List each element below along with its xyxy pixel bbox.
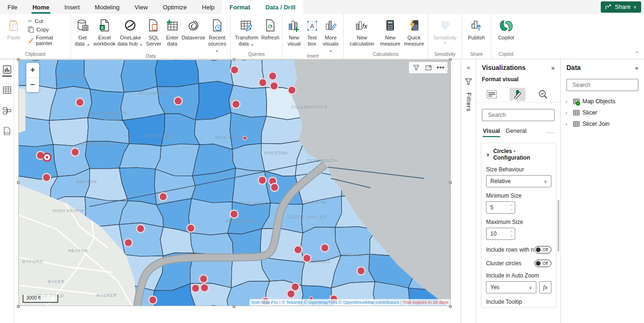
analytics-icon[interactable] bbox=[535, 88, 551, 101]
more-options-icon[interactable]: ••• bbox=[435, 63, 446, 72]
new-visual-button[interactable]: New visual bbox=[284, 16, 304, 47]
spinner-arrows[interactable]: ⌃⌄ bbox=[510, 231, 515, 237]
sql-server-button[interactable]: SQL Server bbox=[144, 16, 163, 47]
tab-file[interactable]: File bbox=[0, 0, 25, 14]
transform-data-button[interactable]: Transform data ⌄ bbox=[233, 16, 260, 47]
build-visual-icon[interactable] bbox=[484, 88, 500, 101]
map-marker[interactable] bbox=[159, 193, 167, 201]
map-marker[interactable] bbox=[192, 285, 200, 292]
include-tooltip-dropdown[interactable]: Yes ∨ bbox=[486, 308, 536, 308]
include-tooltip-fx-button[interactable]: fx bbox=[539, 308, 551, 308]
enter-data-button[interactable]: Enter data bbox=[164, 16, 181, 47]
map-marker[interactable] bbox=[271, 184, 279, 192]
tab-optimize[interactable]: Optimize bbox=[155, 0, 194, 14]
more-visuals-button[interactable]: More visuals ⌄ bbox=[320, 16, 341, 53]
model-view-icon[interactable] bbox=[2, 106, 12, 116]
minimum-size-input[interactable]: 5 ⌃⌄ bbox=[486, 201, 515, 214]
format-search-box[interactable] bbox=[482, 109, 555, 121]
auto-zoom-dropdown[interactable]: Yes ∨ bbox=[486, 281, 536, 293]
map-marker[interactable] bbox=[232, 100, 240, 108]
resize-handle[interactable] bbox=[449, 181, 452, 184]
map-marker[interactable] bbox=[294, 246, 302, 254]
map-marker[interactable] bbox=[259, 177, 267, 185]
dataverse-button[interactable]: Dataverse bbox=[181, 16, 205, 41]
cluster-circles-toggle[interactable]: Off bbox=[534, 260, 551, 267]
spinner-arrows[interactable]: ⌃⌄ bbox=[510, 205, 515, 210]
map-marker[interactable] bbox=[125, 239, 133, 247]
tree-item-map-objects[interactable]: › ✓ Map Objects bbox=[565, 96, 641, 107]
search-input[interactable] bbox=[488, 112, 560, 118]
paste-button[interactable]: Paste bbox=[2, 16, 26, 41]
tab-insert[interactable]: Insert bbox=[57, 0, 87, 14]
resize-handle[interactable] bbox=[449, 305, 452, 308]
map-marker[interactable] bbox=[46, 156, 48, 159]
include-rows-toggle[interactable]: Off bbox=[534, 246, 551, 254]
resize-handle[interactable] bbox=[17, 58, 20, 61]
recent-sources-button[interactable]: Recent sources ⌄ bbox=[205, 16, 228, 53]
maximum-size-input[interactable]: 10 ⌃⌄ bbox=[486, 228, 515, 240]
cut-button[interactable]: ✂Cut bbox=[28, 18, 67, 24]
tab-modeling[interactable]: Modeling bbox=[87, 0, 127, 14]
map-marker[interactable] bbox=[243, 136, 247, 140]
tab-general[interactable]: General bbox=[505, 127, 529, 137]
focus-mode-icon[interactable] bbox=[423, 63, 433, 72]
new-calculation-button[interactable]: fx New calculation bbox=[346, 16, 378, 47]
resize-handle[interactable] bbox=[449, 58, 452, 61]
onelake-hub-button[interactable]: OneLake data hub ⌄ bbox=[117, 16, 144, 47]
map-marker[interactable] bbox=[76, 99, 84, 107]
copilot-button[interactable]: Copilot bbox=[493, 16, 519, 41]
expand-chevron-icon[interactable]: › bbox=[565, 99, 570, 104]
map-marker[interactable] bbox=[231, 66, 239, 74]
data-search-box[interactable] bbox=[566, 79, 638, 91]
map-marker[interactable] bbox=[201, 284, 209, 292]
new-measure-button[interactable]: New measure bbox=[378, 16, 402, 47]
dax-query-view-icon[interactable]: DAX bbox=[2, 126, 12, 137]
map-marker[interactable] bbox=[288, 86, 296, 94]
publish-button[interactable]: Publish bbox=[464, 16, 489, 41]
map-marker[interactable] bbox=[174, 97, 182, 105]
get-data-button[interactable]: Get data ⌄ bbox=[73, 16, 92, 47]
excel-workbook-button[interactable]: X Excel workbook bbox=[92, 16, 117, 47]
resize-handle[interactable] bbox=[233, 305, 236, 308]
share-button[interactable]: Share ∨ bbox=[601, 1, 641, 13]
map-marker[interactable] bbox=[357, 267, 365, 275]
map-marker[interactable] bbox=[269, 72, 277, 80]
resize-handle[interactable] bbox=[233, 58, 236, 61]
tab-view[interactable]: View bbox=[127, 0, 155, 14]
more-format-options-icon[interactable]: ··· bbox=[547, 129, 555, 136]
icon-map-visual[interactable]: BURRADONBACKWORTHKILLINGWORTHVILLAGEFORE… bbox=[18, 60, 451, 306]
search-input[interactable] bbox=[573, 82, 644, 88]
table-view-icon[interactable] bbox=[2, 85, 12, 95]
copy-button[interactable]: Copy bbox=[28, 26, 67, 33]
map-marker[interactable] bbox=[137, 225, 145, 233]
visual-filter-icon[interactable] bbox=[411, 63, 421, 72]
map-marker[interactable] bbox=[303, 254, 311, 262]
map-marker[interactable] bbox=[287, 290, 295, 298]
collapse-visualizations-icon[interactable]: » bbox=[551, 64, 555, 71]
resize-handle[interactable] bbox=[17, 181, 20, 184]
map-marker[interactable] bbox=[259, 79, 267, 87]
format-visual-icon[interactable] bbox=[510, 88, 526, 101]
tab-format[interactable]: Format bbox=[222, 0, 258, 14]
tab-data-drill[interactable]: Data / Drill bbox=[258, 0, 303, 14]
map-marker[interactable] bbox=[270, 82, 278, 90]
expand-chevron-icon[interactable]: › bbox=[565, 110, 570, 115]
resize-handle[interactable] bbox=[17, 305, 20, 308]
text-box-button[interactable]: A Text box bbox=[304, 16, 320, 47]
tab-help[interactable]: Help bbox=[195, 0, 222, 14]
report-view-icon[interactable] bbox=[2, 64, 12, 75]
map-marker[interactable] bbox=[71, 148, 79, 156]
expand-chevron-icon[interactable]: › bbox=[565, 121, 570, 127]
quick-measure-button[interactable]: Quick measure bbox=[402, 16, 426, 47]
map-marker[interactable] bbox=[149, 296, 157, 304]
zoom-out-button[interactable]: − bbox=[26, 78, 39, 92]
collapse-data-icon[interactable]: » bbox=[635, 64, 638, 71]
format-painter-button[interactable]: Format painter bbox=[28, 35, 67, 46]
ribbon-collapse-chevron[interactable]: ⌃ bbox=[635, 51, 639, 57]
map-marker[interactable] bbox=[43, 174, 51, 182]
size-behaviour-dropdown[interactable]: Relative ∨ bbox=[486, 175, 551, 187]
sensitivity-button[interactable]: Sensitivity ∨ bbox=[430, 16, 460, 45]
tree-item-slicer[interactable]: › Slicer bbox=[565, 107, 641, 118]
map-marker[interactable] bbox=[200, 275, 208, 283]
circles-configuration-section[interactable]: ∨ Circles - Configuration bbox=[486, 148, 551, 161]
